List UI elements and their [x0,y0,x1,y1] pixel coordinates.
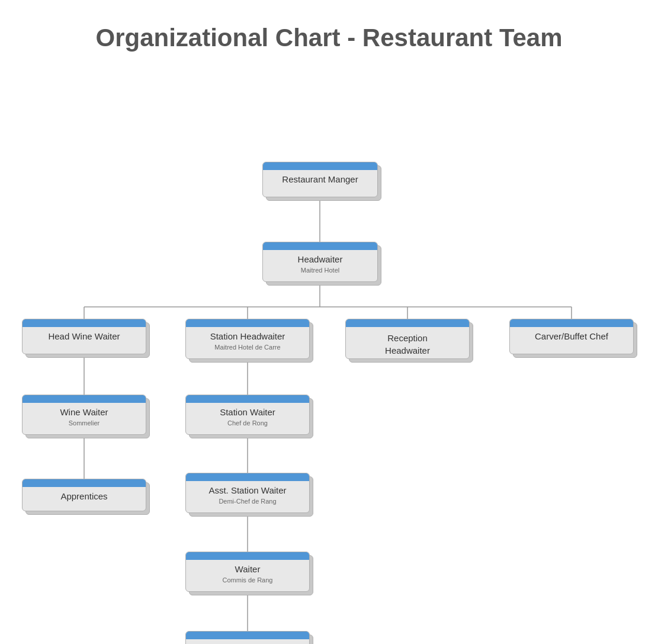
waiter-label: Waiter [186,560,309,576]
wine-waiter-subtitle: Sommelier [23,419,146,430]
node-header [186,552,309,560]
reception-headwaiter-label: ReceptionHeadwaiter [346,327,469,358]
asst-station-waiter-label: Asst. Station Waiter [186,481,309,498]
node-header [23,479,146,487]
apprentices1-label: Apprentices [23,487,146,504]
node-header [186,395,309,403]
asst-station-waiter-subtitle: Demi-Chef de Rang [186,498,309,508]
station-waiter-subtitle: Chef de Rong [186,419,309,430]
node-header [510,319,633,327]
wine-waiter-label: Wine Waiter [23,403,146,419]
node-header [263,242,377,250]
node-header [346,319,469,327]
headwaiter-subtitle: Maitred Hotel [263,267,377,277]
restaurant-manager-label: Restaurant Manger [263,170,377,187]
head-wine-waiter-label: Head Wine Waiter [23,327,146,344]
carver-buffet-chef-label: Carver/Buffet Chef [510,327,633,344]
node-header [186,632,309,639]
headwaiter-label: Headwaiter [263,250,377,267]
station-headwaiter-subtitle: Maitred Hotel de Carre [186,344,309,354]
page-title: Organizational Chart - Restaurant Team [0,0,658,70]
apprentices2-label: Apprentices [186,639,309,644]
station-headwaiter-label: Station Headwaiter [186,327,309,344]
waiter-subtitle: Commis de Rang [186,576,309,587]
node-header [23,395,146,403]
station-waiter-label: Station Waiter [186,403,309,419]
node-header [186,473,309,481]
node-header [263,162,377,170]
node-header [186,319,309,327]
node-header [23,319,146,327]
